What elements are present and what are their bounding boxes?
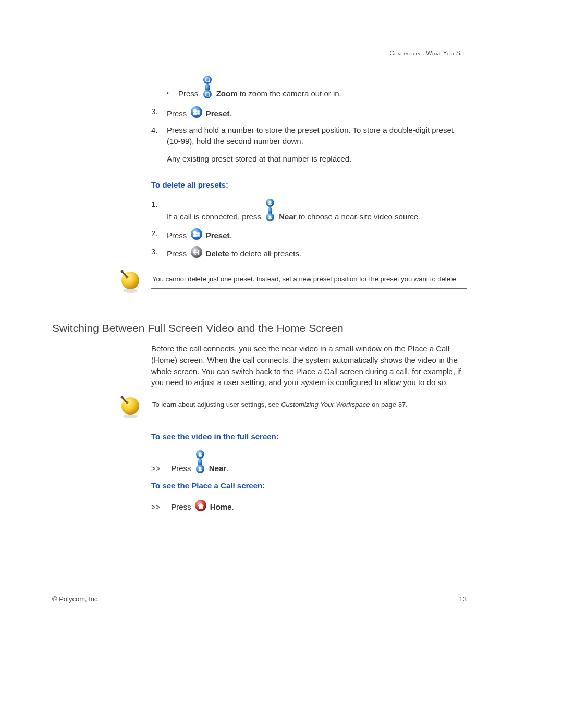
svg-point-31 bbox=[123, 414, 138, 418]
step-3-preset: 3. Press Preset. bbox=[151, 106, 467, 119]
text: . bbox=[230, 109, 232, 118]
text: Press bbox=[167, 249, 189, 258]
note-box-2: To learn about adjusting user settings, … bbox=[151, 396, 467, 414]
preset-icon bbox=[190, 228, 203, 243]
home-icon bbox=[194, 499, 207, 514]
svg-rect-18 bbox=[268, 218, 272, 219]
text: Any existing preset stored at that numbe… bbox=[167, 153, 467, 165]
delete-step-1: 1. If a call is connected, press bbox=[151, 199, 467, 223]
svg-point-17 bbox=[268, 215, 271, 218]
reference-link: Customizing Your Workspace bbox=[281, 401, 370, 409]
text: . bbox=[230, 231, 232, 240]
step-4: 4. Press and hold a number to store the … bbox=[151, 125, 467, 173]
heading-delete-presets: To delete all presets: bbox=[151, 180, 467, 189]
delete-step-3: 3. Press Delete to delete all presets. bbox=[151, 246, 467, 260]
pushpin-icon bbox=[118, 270, 142, 294]
arrow-marker: >> bbox=[151, 463, 169, 474]
step-number: 4. bbox=[151, 125, 167, 173]
section-para: Before the call connects, you see the ne… bbox=[151, 343, 467, 388]
arrow-marker: >> bbox=[151, 501, 169, 512]
note-box-1: You cannot delete just one preset. Inste… bbox=[151, 270, 467, 289]
delete-step-2: 2. Press Preset. bbox=[151, 228, 467, 241]
preset-icon bbox=[190, 106, 203, 121]
svg-point-40 bbox=[199, 467, 201, 470]
svg-rect-14 bbox=[268, 203, 272, 205]
svg-point-33 bbox=[121, 396, 124, 399]
svg-rect-21 bbox=[193, 235, 197, 237]
preset-label: Preset bbox=[206, 231, 230, 240]
step-number: 3. bbox=[151, 106, 167, 119]
bullet-mark: ▪ bbox=[167, 89, 178, 97]
step-number: 2. bbox=[151, 228, 167, 241]
svg-point-0 bbox=[203, 76, 212, 84]
pushpin-icon bbox=[118, 396, 142, 419]
text: . bbox=[232, 502, 234, 511]
main-content: ▪ Press Zoom to zoom the camera out or i… bbox=[151, 76, 467, 289]
svg-point-7 bbox=[191, 106, 202, 118]
svg-point-8 bbox=[193, 109, 196, 113]
text: Press bbox=[167, 109, 189, 118]
near-icon bbox=[264, 199, 276, 225]
section-heading: Switching Between Full Screen Video and … bbox=[52, 322, 467, 335]
svg-point-10 bbox=[197, 110, 199, 113]
step-number: 3. bbox=[151, 246, 167, 260]
near-label: Near bbox=[209, 464, 226, 473]
chapter-header: Controlling What You See bbox=[389, 50, 467, 57]
text: Press bbox=[178, 89, 201, 98]
svg-point-36 bbox=[199, 453, 201, 455]
svg-rect-23 bbox=[197, 235, 200, 236]
home-label: Home bbox=[210, 502, 232, 511]
svg-rect-41 bbox=[198, 470, 202, 471]
text: . bbox=[226, 464, 228, 473]
svg-point-19 bbox=[191, 228, 202, 240]
svg-point-27 bbox=[123, 289, 138, 293]
svg-point-22 bbox=[197, 232, 199, 235]
heading-fullscreen: To see the video in the full screen: bbox=[151, 432, 467, 441]
text: to choose a near-site video source. bbox=[297, 212, 421, 221]
near-label: Near bbox=[279, 212, 296, 221]
svg-rect-11 bbox=[197, 113, 200, 114]
note-text: You cannot delete just one preset. Inste… bbox=[151, 270, 467, 289]
text: to delete all presets. bbox=[229, 249, 301, 258]
near-icon bbox=[194, 450, 206, 476]
text: Press bbox=[171, 464, 193, 473]
bullet-zoom: ▪ Press Zoom to zoom the camera out or i… bbox=[167, 76, 467, 100]
zoom-label: Zoom bbox=[216, 89, 238, 98]
heading-placecall: To see the Place a Call screen: bbox=[151, 481, 467, 490]
text: Press bbox=[171, 502, 193, 511]
svg-point-20 bbox=[193, 231, 196, 234]
footer-copyright: © Polycom, Inc. bbox=[52, 595, 100, 603]
text: Press bbox=[167, 231, 189, 240]
placecall-step: >> Press Home. bbox=[151, 499, 467, 512]
step-number: 1. bbox=[151, 199, 167, 223]
fullscreen-step: >> Press Near. bbox=[151, 450, 467, 474]
page-number: 13 bbox=[459, 595, 467, 603]
delete-icon bbox=[190, 246, 203, 262]
preset-label: Preset bbox=[206, 109, 230, 118]
section-body: Before the call connects, you see the ne… bbox=[151, 343, 467, 520]
svg-point-13 bbox=[268, 201, 271, 203]
svg-rect-37 bbox=[198, 455, 202, 457]
note-text: To learn about adjusting user settings, … bbox=[151, 396, 467, 414]
text: If a call is connected, press bbox=[167, 212, 263, 221]
svg-point-4 bbox=[203, 90, 212, 98]
text: to zoom the camera out or in. bbox=[238, 89, 341, 98]
delete-label: Delete bbox=[206, 249, 229, 258]
zoom-icon bbox=[202, 76, 213, 102]
svg-point-29 bbox=[121, 270, 124, 273]
text: Press and hold a number to store the pre… bbox=[167, 126, 454, 146]
svg-rect-9 bbox=[193, 113, 197, 115]
